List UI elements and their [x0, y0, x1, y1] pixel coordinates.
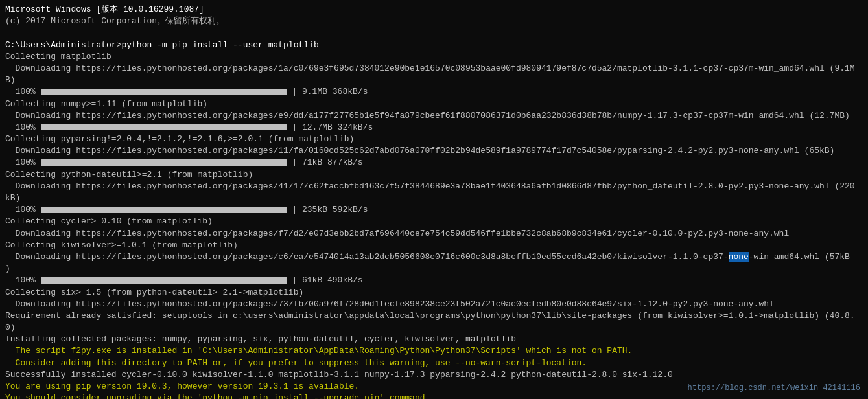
progress-matplotlib: 100% | 9.1MB 368kB/s — [5, 86, 863, 98]
warning-path: Consider adding this directory to PATH o… — [5, 358, 863, 369]
successfully-installed: Successfully installed cycler-0.10.0 kiw… — [5, 369, 863, 381]
command-line: C:\Users\Administrator>python -m pip ins… — [5, 40, 863, 51]
download-six: Downloading https://files.pythonhosted.o… — [5, 299, 863, 310]
kiwisolver-close: ) — [5, 263, 863, 275]
progress-dateutil: 100% | 235kB 592kB/s — [5, 204, 863, 216]
download-dateutil-kb: kB) — [5, 192, 863, 204]
watermark: https://blog.csdn.net/weixin_42141116 — [688, 383, 860, 394]
progress-numpy: 100% | 12.7MB 324kB/s — [5, 122, 863, 133]
collecting-kiwisolver: Collecting kiwisolver>=1.0.1 (from matpl… — [5, 240, 863, 251]
download-matplotlib: Downloading https://files.pythonhosted.o… — [5, 63, 863, 74]
terminal-window: Microsoft Windows [版本 10.0.16299.1087] (… — [0, 0, 868, 399]
progress-pyparsing: 100% | 71kB 877kB/s — [5, 157, 863, 168]
warning-f2py: The script f2py.exe is installed in 'C:\… — [5, 345, 863, 357]
collecting-dateutil: Collecting python-dateutil>=2.1 (from ma… — [5, 169, 863, 181]
download-matplotlib-b: B) — [5, 74, 863, 86]
download-pyparsing: Downloading https://files.pythonhosted.o… — [5, 145, 863, 157]
progress-kiwisolver: 100% | 61kB 490kB/s — [5, 275, 863, 286]
blank-line-1 — [5, 27, 863, 39]
download-kiwisolver: Downloading https://files.pythonhosted.o… — [5, 251, 863, 263]
download-dateutil: Downloading https://files.pythonhosted.o… — [5, 181, 863, 192]
installing-collected: Installing collected packages: numpy, py… — [5, 334, 863, 345]
collecting-cycler: Collecting cycler>=0.10 (from matplotlib… — [5, 216, 863, 227]
requirement-setuptools: Requirement already satisfied: setuptool… — [5, 310, 863, 322]
title-line: Microsoft Windows [版本 10.0.16299.1087] — [5, 4, 863, 16]
requirement-setuptools-0: 0) — [5, 322, 863, 334]
collecting-numpy: Collecting numpy>=1.11 (from matplotlib) — [5, 98, 863, 110]
download-cycler: Downloading https://files.pythonhosted.o… — [5, 228, 863, 240]
collecting-six: Collecting six>=1.5 (from python-dateuti… — [5, 287, 863, 299]
copyright-line: (c) 2017 Microsoft Corporation。保留所有权利。 — [5, 16, 863, 27]
collecting-matplotlib: Collecting matplotlib — [5, 51, 863, 63]
download-numpy: Downloading https://files.pythonhosted.o… — [5, 110, 863, 122]
collecting-pyparsing: Collecting pyparsing!=2.0.4,!=2.1.2,!=2.… — [5, 133, 863, 145]
